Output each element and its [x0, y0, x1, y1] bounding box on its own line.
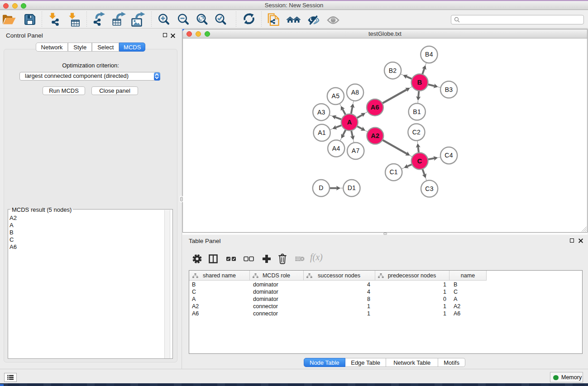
- svg-text:A: A: [347, 119, 352, 126]
- svg-text:C4: C4: [445, 152, 453, 159]
- svg-text:D: D: [319, 184, 323, 191]
- svg-text:B3: B3: [445, 86, 453, 93]
- svg-text:A1: A1: [318, 129, 326, 136]
- svg-text:C: C: [417, 157, 422, 165]
- svg-text:A2: A2: [371, 132, 379, 139]
- svg-text:B4: B4: [425, 51, 433, 58]
- svg-text:B2: B2: [389, 67, 397, 74]
- svg-text:A8: A8: [351, 89, 359, 96]
- svg-text:A7: A7: [352, 147, 360, 154]
- svg-text:C1: C1: [389, 168, 398, 176]
- svg-text:C2: C2: [412, 129, 421, 136]
- svg-text:B: B: [417, 79, 422, 86]
- svg-text:A5: A5: [332, 92, 340, 100]
- svg-text:A6: A6: [371, 104, 379, 111]
- svg-text:C3: C3: [425, 185, 434, 192]
- svg-text:B1: B1: [413, 108, 421, 115]
- svg-text:D1: D1: [348, 184, 356, 191]
- svg-text:A4: A4: [332, 145, 340, 152]
- svg-text:A3: A3: [317, 109, 325, 116]
